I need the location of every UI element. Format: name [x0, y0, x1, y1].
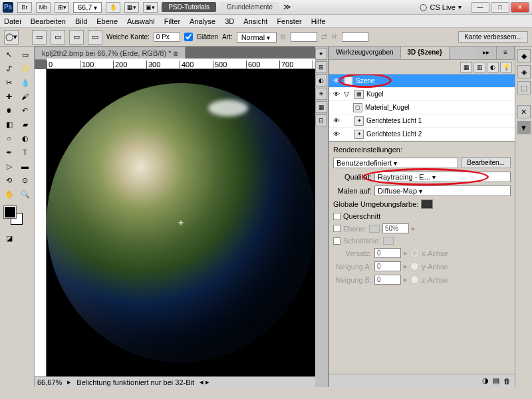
- filter-mesh-icon[interactable]: ▥: [473, 62, 485, 72]
- 3d-camera-icon[interactable]: ⊡: [315, 114, 327, 126]
- quality-select[interactable]: Raytracing - E... ▾: [374, 172, 511, 182]
- 3d-camera-tool[interactable]: ⊙: [17, 174, 33, 187]
- menu-bild[interactable]: Bild: [75, 17, 87, 25]
- gradient-tool[interactable]: ▰: [17, 118, 33, 131]
- canvas[interactable]: ＋: [47, 69, 315, 376]
- menu-ansicht[interactable]: Ansicht: [243, 17, 267, 25]
- tree-item-material[interactable]: ▢ Material_Kugel: [329, 101, 515, 114]
- document-tab[interactable]: kplj2th2.bmp bei 66,7% (Erde, RGB/8) * ⊗: [35, 47, 186, 60]
- status-zoom[interactable]: 66,67%: [37, 378, 62, 386]
- cross-section-checkbox[interactable]: [333, 213, 340, 220]
- lasso-tool[interactable]: ᔑ: [1, 62, 17, 75]
- workspace-tab-grundelemente[interactable]: Grundelemente: [220, 2, 279, 12]
- minimize-button[interactable]: —: [471, 2, 489, 13]
- crop-tool[interactable]: ✂: [1, 76, 17, 89]
- menu-datei[interactable]: Datei: [4, 17, 21, 25]
- layers-panel-icon[interactable]: ◆: [517, 49, 531, 63]
- visibility-icon[interactable]: 👁: [332, 76, 341, 86]
- menu-hilfe[interactable]: Hilfe: [311, 17, 326, 25]
- menu-analyse[interactable]: Analyse: [190, 17, 215, 25]
- 3d-mesh-icon[interactable]: ⊞: [315, 61, 327, 73]
- intersect-selection-icon[interactable]: ▭: [88, 30, 102, 45]
- color-swatches[interactable]: [1, 205, 33, 229]
- 3d-scene-icon[interactable]: ▦: [315, 101, 327, 113]
- new-light-icon[interactable]: ▤: [493, 376, 499, 385]
- foreground-color-swatch[interactable]: [4, 206, 16, 218]
- pen-tool[interactable]: ✒: [1, 146, 17, 159]
- panel-menu-icon[interactable]: ≡: [497, 47, 515, 59]
- visibility-icon[interactable]: 👁: [332, 90, 341, 99]
- delete-icon[interactable]: 🗑: [503, 377, 511, 385]
- menu-3d[interactable]: 3D: [225, 17, 234, 25]
- 3d-light-icon[interactable]: ☀: [315, 88, 327, 100]
- cs-live-button[interactable]: ◯ CS Live ▾: [420, 3, 462, 11]
- quickmask-icon[interactable]: ◪: [1, 231, 17, 245]
- marquee-tool[interactable]: ▭: [17, 48, 33, 61]
- paths-panel-icon[interactable]: ⬚: [517, 81, 531, 94]
- shape-tool[interactable]: ▬: [17, 160, 33, 173]
- new-selection-icon[interactable]: ▭: [32, 30, 47, 45]
- move-tool[interactable]: ↖: [1, 48, 17, 61]
- tree-item-light1[interactable]: 👁 ✦ Gerichtetes Licht 1: [329, 114, 515, 128]
- eraser-tool[interactable]: ◧: [1, 118, 17, 131]
- feather-input[interactable]: [154, 32, 180, 42]
- render-edit-button[interactable]: Bearbeiten...: [461, 157, 511, 168]
- global-ambient-swatch[interactable]: [421, 200, 433, 209]
- zoom-tool[interactable]: 🔍: [17, 188, 33, 201]
- visibility-icon[interactable]: 👁: [332, 116, 341, 126]
- brush-tool[interactable]: 🖌: [17, 90, 33, 103]
- menu-bearbeiten[interactable]: Bearbeiten: [31, 17, 66, 25]
- maximize-button[interactable]: □: [491, 2, 509, 13]
- minibridge-icon[interactable]: Mb: [36, 2, 51, 13]
- channels-panel-icon[interactable]: ◈: [517, 65, 531, 78]
- type-tool[interactable]: T: [17, 146, 33, 159]
- menu-auswahl[interactable]: Auswahl: [127, 17, 155, 25]
- tool-preset-icon[interactable]: ◯▾: [4, 30, 19, 45]
- menu-fenster[interactable]: Fenster: [277, 17, 301, 25]
- tab-3d-scene[interactable]: 3D {Szene}: [401, 47, 450, 59]
- 3d-axis-icon[interactable]: ✦: [315, 48, 327, 60]
- eyedropper-tool[interactable]: 💧: [17, 76, 33, 89]
- path-select-tool[interactable]: ▷: [1, 160, 17, 173]
- view-extras-icon[interactable]: ⊞▾: [55, 2, 69, 13]
- panel-footer: ◑ ▤ 🗑: [329, 374, 515, 387]
- add-selection-icon[interactable]: ▭: [51, 30, 65, 45]
- style-select[interactable]: Normal ▾: [237, 32, 277, 43]
- hand-tool[interactable]: ✋: [1, 188, 17, 201]
- stamp-tool[interactable]: ⧯: [1, 104, 17, 117]
- menu-filter[interactable]: Filter: [164, 17, 180, 25]
- 3d-panel-icon[interactable]: ▼: [517, 121, 531, 134]
- hand-tool-icon[interactable]: ✋: [106, 2, 120, 13]
- workspace-more-icon[interactable]: ≫: [283, 3, 291, 11]
- paint-on-select[interactable]: Diffuse-Map ▾: [374, 186, 511, 196]
- subtract-selection-icon[interactable]: ▭: [69, 30, 84, 45]
- filter-light-icon[interactable]: 💡: [500, 62, 512, 72]
- menu-ebene[interactable]: Ebene: [96, 17, 118, 25]
- 3d-material-icon[interactable]: ◐: [315, 74, 327, 86]
- tab-tool-presets[interactable]: Werkzeugvorgaben: [329, 47, 401, 59]
- panel-collapse-icon[interactable]: ▸▸: [476, 47, 497, 59]
- arrange-icon[interactable]: ▦▾: [124, 2, 139, 13]
- render-preset-select[interactable]: Benutzerdefiniert ▾: [333, 158, 458, 168]
- bridge-icon[interactable]: Br: [17, 2, 32, 13]
- workspace-tab-tutorials[interactable]: PSD-Tutorials: [162, 2, 216, 12]
- 3d-rotate-tool[interactable]: ⟲: [1, 174, 17, 187]
- filter-scene-icon[interactable]: ▦: [460, 62, 472, 72]
- tree-item-light2[interactable]: 👁 ✦ Gerichtetes Licht 2: [329, 128, 515, 141]
- visibility-icon[interactable]: 👁: [332, 130, 341, 139]
- heal-tool[interactable]: ✚: [1, 90, 17, 103]
- zoom-select[interactable]: 66,7 ▾: [73, 2, 102, 13]
- tree-item-kugel[interactable]: 👁 ▽ ▦ Kugel: [329, 88, 515, 101]
- history-brush-tool[interactable]: ↶: [17, 104, 33, 117]
- close-button[interactable]: ✕: [511, 2, 529, 13]
- dodge-tool[interactable]: ◐: [17, 132, 33, 145]
- antialias-checkbox[interactable]: [184, 33, 193, 41]
- refine-edge-button[interactable]: Kante verbessern...: [458, 31, 528, 43]
- screenmode-icon[interactable]: ▣▾: [143, 2, 158, 13]
- toggle-lights-icon[interactable]: ◑: [482, 376, 489, 385]
- filter-material-icon[interactable]: ◐: [487, 62, 499, 72]
- blur-tool[interactable]: ○: [1, 132, 17, 145]
- tree-item-szene[interactable]: 👁 ▤ Szene: [329, 74, 515, 88]
- adjustments-panel-icon[interactable]: ✕: [517, 105, 531, 118]
- wand-tool[interactable]: ✨: [17, 62, 33, 75]
